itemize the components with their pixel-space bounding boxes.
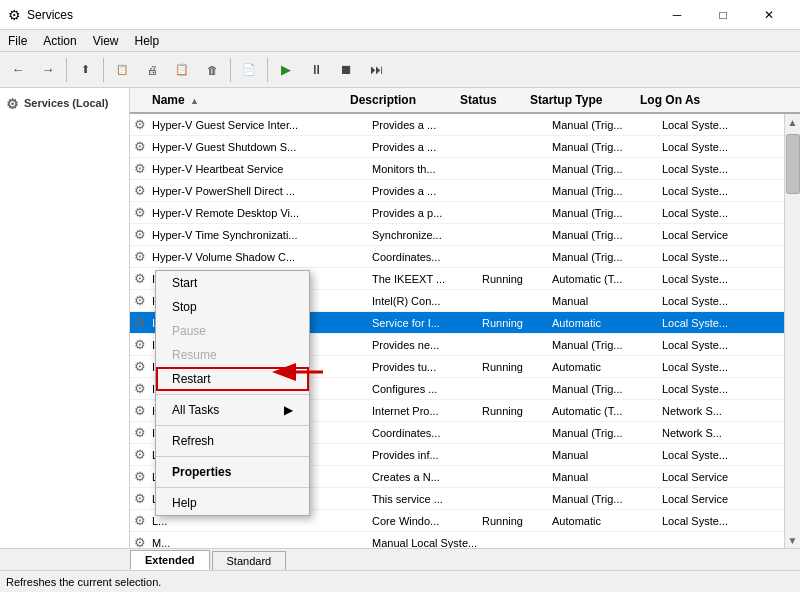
tb-stop[interactable]: ⏹	[332, 56, 360, 84]
row-gear-icon: ⚙	[134, 513, 150, 529]
menu-view[interactable]: View	[85, 30, 127, 52]
row-desc: Provides a ...	[372, 141, 482, 153]
table-row[interactable]: ⚙ Hyper-V Heartbeat Service Monitors th.…	[130, 158, 784, 180]
row-startup: Manual (Trig...	[552, 493, 662, 505]
tb-show-hide[interactable]: 📋	[108, 56, 136, 84]
table-row[interactable]: ⚙ Hyper-V PowerShell Direct ... Provides…	[130, 180, 784, 202]
row-desc: Configures ...	[372, 383, 482, 395]
col-header-name[interactable]: Name ▲	[130, 93, 350, 107]
col-header-startup[interactable]: Startup Type	[530, 93, 640, 107]
tb-back[interactable]: ←	[4, 56, 32, 84]
row-gear-icon: ⚙	[134, 491, 150, 507]
row-name: Hyper-V Heartbeat Service	[152, 163, 372, 175]
row-name: Hyper-V Guest Service Inter...	[152, 119, 372, 131]
col-header-desc[interactable]: Description	[350, 93, 460, 107]
row-gear-icon: ⚙	[134, 293, 150, 309]
row-gear-icon: ⚙	[134, 359, 150, 375]
row-desc: Coordinates...	[372, 251, 482, 263]
row-startup: Manual	[552, 295, 662, 307]
tb-play[interactable]: ▶	[272, 56, 300, 84]
tb-forward[interactable]: →	[34, 56, 62, 84]
row-logon: Local Service	[662, 493, 772, 505]
row-logon: Network S...	[662, 405, 772, 417]
table-row[interactable]: ⚙ Hyper-V Time Synchronizati... Synchron…	[130, 224, 784, 246]
ctx-sep4	[156, 487, 309, 488]
row-desc: Internet Pro...	[372, 405, 482, 417]
row-startup: Manual (Trig...	[552, 163, 662, 175]
table-row[interactable]: ⚙ M... Manual Local Syste...	[130, 532, 784, 548]
row-startup: Manual (Trig...	[552, 119, 662, 131]
row-gear-icon: ⚙	[134, 161, 150, 177]
ctx-help[interactable]: Help	[156, 491, 309, 515]
table-row[interactable]: ⚙ Hyper-V Guest Service Inter... Provide…	[130, 114, 784, 136]
minimize-button[interactable]: ─	[654, 0, 700, 30]
table-row[interactable]: ⚙ Hyper-V Remote Desktop Vi... Provides …	[130, 202, 784, 224]
scroll-up-arrow[interactable]: ▲	[785, 114, 801, 130]
row-logon: Local Service	[662, 471, 772, 483]
row-logon: Local Syste...	[662, 163, 772, 175]
row-desc: The IKEEXT ...	[372, 273, 482, 285]
title-bar: ⚙ Services ─ □ ✕	[0, 0, 800, 30]
row-startup: Manual (Trig...	[552, 339, 662, 351]
table-row[interactable]: ⚙ Hyper-V Volume Shadow C... Coordinates…	[130, 246, 784, 268]
row-status: Running	[482, 273, 552, 285]
row-name: Hyper-V PowerShell Direct ...	[152, 185, 372, 197]
title-bar-left: ⚙ Services	[8, 7, 73, 23]
tb-delete[interactable]: 🗑	[198, 56, 226, 84]
row-logon: Local Syste...	[662, 185, 772, 197]
row-status: Running	[482, 405, 552, 417]
menu-file[interactable]: File	[0, 30, 35, 52]
tab-extended[interactable]: Extended	[130, 550, 210, 570]
col-header-logon[interactable]: Log On As	[640, 93, 750, 107]
table-row[interactable]: ⚙ Hyper-V Guest Shutdown S... Provides a…	[130, 136, 784, 158]
row-startup: Manual (Trig...	[552, 251, 662, 263]
row-gear-icon: ⚙	[134, 381, 150, 397]
row-desc: Synchronize...	[372, 229, 482, 241]
ctx-restart[interactable]: Restart	[156, 367, 309, 391]
row-gear-icon: ⚙	[134, 315, 150, 331]
close-button[interactable]: ✕	[746, 0, 792, 30]
row-gear-icon: ⚙	[134, 227, 150, 243]
row-status: Running	[482, 515, 552, 527]
row-gear-icon: ⚙	[134, 183, 150, 199]
row-startup: Manual (Trig...	[552, 383, 662, 395]
row-name: Hyper-V Guest Shutdown S...	[152, 141, 372, 153]
menu-action[interactable]: Action	[35, 30, 84, 52]
ctx-refresh[interactable]: Refresh	[156, 429, 309, 453]
status-text: Refreshes the current selection.	[6, 576, 161, 588]
row-startup: Manual (Trig...	[552, 229, 662, 241]
row-gear-icon: ⚙	[134, 447, 150, 463]
row-desc: Provides tu...	[372, 361, 482, 373]
scroll-thumb[interactable]	[786, 134, 800, 194]
row-startup: Automatic (T...	[552, 405, 662, 417]
row-desc: Provides a ...	[372, 119, 482, 131]
tb-up[interactable]: ⬆	[71, 56, 99, 84]
ctx-alltasks[interactable]: All Tasks ▶	[156, 398, 309, 422]
tb-restart[interactable]: ⏭	[362, 56, 390, 84]
row-logon: Local Syste...	[662, 119, 772, 131]
scroll-down-arrow[interactable]: ▼	[785, 532, 801, 548]
tb-print[interactable]: 🖨	[138, 56, 166, 84]
ctx-stop[interactable]: Stop	[156, 295, 309, 319]
row-desc: Provides inf...	[372, 449, 482, 461]
scrollbar[interactable]: ▲ ▼	[784, 114, 800, 548]
row-status: Running	[482, 317, 552, 329]
ctx-properties[interactable]: Properties	[156, 460, 309, 484]
row-logon: Local Syste...	[662, 295, 772, 307]
row-logon: Local Service	[662, 229, 772, 241]
row-logon: Local Syste...	[662, 141, 772, 153]
menu-help[interactable]: Help	[127, 30, 168, 52]
row-gear-icon: ⚙	[134, 535, 150, 549]
tb-pause[interactable]: ⏸	[302, 56, 330, 84]
maximize-button[interactable]: □	[700, 0, 746, 30]
row-logon: Local Syste...	[662, 383, 772, 395]
tb-copy[interactable]: 📋	[168, 56, 196, 84]
row-startup: Manual	[552, 471, 662, 483]
tb-properties[interactable]: 📄	[235, 56, 263, 84]
col-header-status[interactable]: Status	[460, 93, 530, 107]
ctx-start[interactable]: Start	[156, 271, 309, 295]
row-startup: Manual (Trig...	[552, 185, 662, 197]
row-desc: Provides a p...	[372, 207, 482, 219]
sort-arrow-name: ▲	[190, 96, 199, 106]
tab-standard[interactable]: Standard	[212, 551, 287, 570]
